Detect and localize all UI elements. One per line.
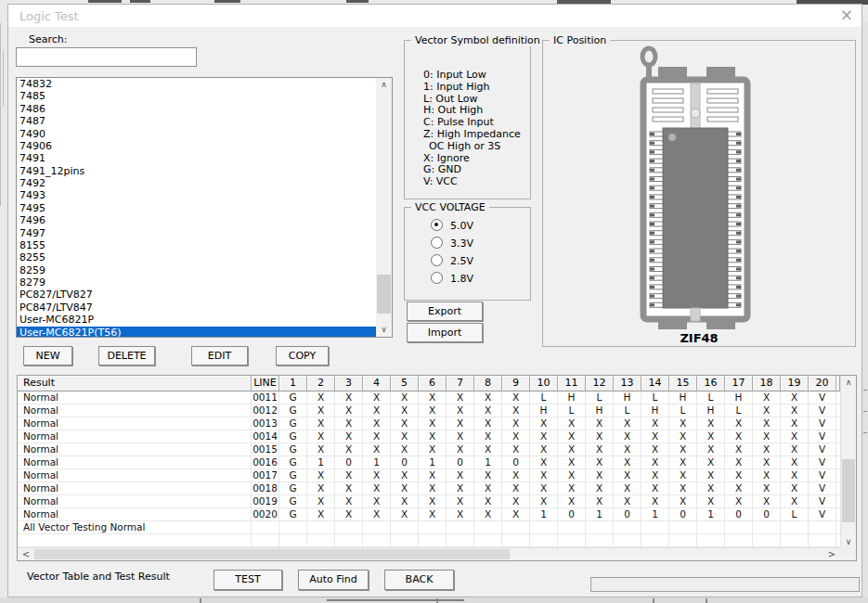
table-row[interactable]: Normal0012GXXXXXXXXHLHLHLHLXXV (18, 404, 840, 417)
vector-cell: X (781, 482, 809, 494)
table-row[interactable]: Normal0015GXXXXXXXXXXXXXXXXXXV (18, 443, 840, 456)
table-row[interactable]: Normal0013GXXXXXXXXXXXXXXXXXXV (18, 417, 840, 430)
vector-cell (391, 521, 419, 533)
table-row[interactable]: Normal0014GXXXXXXXXXXXXXXXXXXV (18, 430, 840, 443)
table-vertical-scrollbar[interactable]: ∧ ∨ (840, 376, 856, 549)
list-item[interactable]: 7485 (17, 90, 392, 102)
copy-button[interactable]: COPY (276, 346, 329, 366)
list-item[interactable]: 7491_12pins (17, 165, 392, 177)
vector-cell: L (669, 404, 697, 417)
list-item[interactable]: 7492 (17, 177, 392, 189)
vcc-option-3.3V[interactable]: 3.3V (431, 237, 473, 250)
table-row[interactable]: Normal0017GXXXXXXXXXXXXXXXXXXV (18, 469, 840, 482)
line-cell: 0017 (252, 469, 279, 481)
scroll-left-icon[interactable]: < (19, 548, 33, 560)
list-item[interactable]: User-MC6821P(T56) (17, 327, 392, 339)
list-item[interactable]: 8259 (17, 264, 392, 276)
list-item[interactable]: 7491 (17, 152, 392, 164)
vector-cell: H (641, 404, 669, 417)
radio-icon[interactable] (431, 237, 443, 249)
vector-cell: X (363, 443, 391, 455)
list-item[interactable]: 7496 (17, 214, 392, 226)
list-item[interactable]: 7497 (17, 227, 392, 239)
search-input[interactable] (16, 47, 197, 67)
table-row[interactable]: Normal0016G10101010XXXXXXXXXXV (18, 456, 840, 469)
vector-cell: X (614, 495, 641, 507)
vector-cell: X (363, 417, 391, 430)
list-item[interactable]: 8279 (17, 276, 392, 289)
vector-cell: X (781, 391, 809, 404)
vector-cell (307, 521, 335, 533)
vector-cell (530, 521, 558, 533)
table-row[interactable]: Normal0018GXXXXXXXXXXXXXXXXXXV (18, 482, 840, 495)
scroll-right-icon[interactable]: > (824, 548, 839, 560)
test-button[interactable]: TEST (214, 570, 282, 590)
table-row[interactable]: Normal0011GXXXXXXXXLHLHLHLHXXV (18, 391, 840, 404)
list-item[interactable]: 7490 (17, 128, 392, 140)
auto-find-button[interactable]: Auto Find (298, 570, 369, 590)
scrollbar-thumb[interactable] (34, 549, 510, 559)
list-item[interactable]: 8255 (17, 251, 392, 263)
vector-cell: X (363, 404, 391, 417)
title-bar[interactable]: Logic Test × (8, 5, 862, 27)
list-item[interactable]: 74832 (17, 78, 392, 90)
list-item[interactable]: 7486 (17, 103, 392, 115)
scroll-up-icon[interactable]: ∧ (376, 78, 392, 92)
list-item[interactable]: 8155 (17, 239, 392, 251)
scroll-up-icon[interactable]: ∧ (841, 376, 856, 390)
vector-cell: X (530, 430, 558, 443)
vector-cell: 1 (641, 508, 669, 520)
chip-list-scrollbar[interactable]: ∧ ∨ (376, 78, 392, 337)
vector-cell: X (669, 482, 697, 494)
vector-cell (697, 521, 725, 533)
vector-cell: X (669, 495, 697, 507)
vcc-option-2.5V[interactable]: 2.5V (431, 254, 473, 267)
vector-cell: 0 (725, 508, 753, 520)
vector-cell: 0 (391, 456, 419, 468)
radio-icon[interactable] (431, 219, 443, 231)
vector-cell: X (641, 443, 669, 455)
export-button[interactable]: Export (407, 302, 483, 321)
vector-cell: X (586, 482, 614, 494)
list-item[interactable]: User-MC6821P (17, 314, 392, 326)
vector-cell: X (474, 508, 502, 520)
scrollbar-thumb[interactable] (842, 459, 855, 522)
import-button[interactable]: Import (407, 323, 483, 342)
list-item[interactable]: 7487 (17, 115, 392, 127)
list-item[interactable]: PC827/LTV827 (17, 289, 392, 301)
vcc-option-5.0V[interactable]: 5.0V (431, 219, 473, 232)
table-horizontal-scrollbar[interactable]: < > (18, 547, 840, 560)
vcc-option-1.8V[interactable]: 1.8V (431, 272, 473, 285)
column-header-pin: 1 (279, 376, 307, 391)
vector-cell: X (335, 417, 363, 430)
vector-cell: X (391, 404, 419, 417)
list-item[interactable]: 74906 (17, 140, 392, 152)
vector-cell (307, 534, 335, 546)
radio-icon[interactable] (431, 254, 443, 266)
vector-cell: V (809, 430, 836, 443)
delete-button[interactable]: DELETE (98, 346, 155, 366)
list-item[interactable]: PC847/LTV847 (17, 302, 392, 314)
vector-cell (530, 534, 558, 546)
list-item[interactable]: 7493 (17, 189, 392, 201)
new-button[interactable]: NEW (23, 346, 72, 366)
list-item[interactable]: 7495 (17, 202, 392, 214)
edit-button[interactable]: EDIT (191, 346, 248, 366)
back-button[interactable]: BACK (384, 570, 454, 590)
table-row[interactable]: Normal0019GXXXXXXXXXXXXXXXXXXV (18, 495, 840, 508)
scroll-down-icon[interactable]: ∨ (376, 323, 392, 337)
scrollbar-thumb[interactable] (377, 275, 391, 314)
chip-listbox[interactable]: 7483274857486748774907490674917491_12pin… (16, 77, 393, 338)
vector-cell: X (307, 417, 335, 430)
vector-cell: V (809, 482, 836, 494)
column-header-pin: 17 (725, 376, 753, 391)
vector-cell: X (474, 404, 502, 417)
close-icon[interactable]: × (840, 6, 853, 23)
table-summary-row[interactable]: All Vector Testing Normal (18, 521, 840, 534)
table-row[interactable]: Normal0020GXXXXXXXX101010100LV (18, 508, 840, 521)
vector-cell: X (391, 482, 419, 494)
vector-cell (697, 534, 725, 546)
vector-cell: V (809, 443, 836, 455)
radio-icon[interactable] (431, 272, 443, 284)
vector-cell: X (586, 417, 614, 430)
